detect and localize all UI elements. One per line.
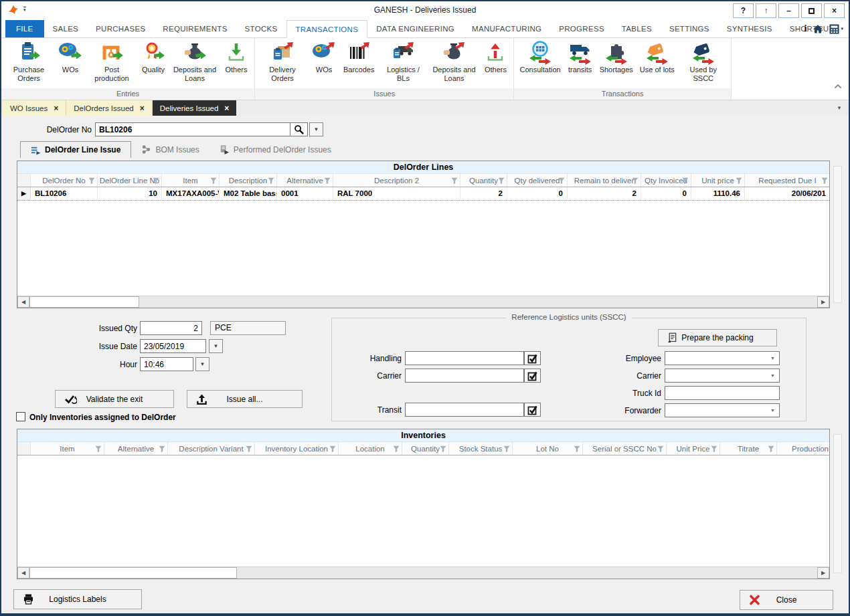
scroll-right-button[interactable]: ▶ xyxy=(817,296,829,308)
transactions-shortages-button[interactable]: Shortages xyxy=(596,40,636,75)
validate-exit-button[interactable]: Validate the exit xyxy=(55,390,174,408)
scroll-right-button[interactable]: ▶ xyxy=(817,567,829,579)
tab-list-caret-icon[interactable]: ▼ xyxy=(837,105,842,111)
truck-id-input[interactable] xyxy=(665,386,780,400)
inventories-vscrollbar[interactable] xyxy=(833,434,842,573)
filter-icon[interactable] xyxy=(711,445,717,453)
entries-deposits-and-loans-button[interactable]: Deposits and Loans xyxy=(169,40,220,84)
handling-input[interactable] xyxy=(405,351,524,365)
issue-date-input[interactable] xyxy=(140,339,206,353)
menu-tab-tables[interactable]: TABLES xyxy=(613,20,661,37)
column-header-qty-invoiced[interactable]: Qty Invoiced xyxy=(641,174,691,187)
forwarder-caret-icon[interactable]: ▼ xyxy=(770,408,775,413)
minimize-button[interactable]: – xyxy=(778,3,799,18)
scroll-thumb[interactable] xyxy=(29,567,237,579)
column-header-alternative[interactable]: Alternative xyxy=(277,174,333,187)
doc-tab-deliveries-issued[interactable]: Deliveries Issued× xyxy=(153,100,237,116)
column-header-description-2[interactable]: Description 2 xyxy=(333,174,460,187)
entries-post-production-button[interactable]: Post production xyxy=(86,40,137,84)
filter-icon[interactable] xyxy=(329,445,336,453)
issue-date-dropdown-button[interactable]: ▼ xyxy=(209,339,223,353)
column-header-titrate[interactable]: Titrate xyxy=(720,442,777,455)
close-tab-icon[interactable]: × xyxy=(140,105,145,112)
menu-tab-transactions[interactable]: TRANSACTIONS xyxy=(286,20,368,38)
issues-delivery-orders-button[interactable]: Delivery Orders xyxy=(257,40,308,84)
transactions-used-by-sscc-button[interactable]: Used by SSCC xyxy=(678,40,729,84)
forwarder-combo[interactable] xyxy=(665,403,780,417)
column-header-serial-or-sscc-no[interactable]: Serial or SSCC No xyxy=(583,442,667,455)
column-header-delorder-line-no[interactable]: DelOrder Line No xyxy=(98,174,162,187)
column-header-item[interactable]: Item xyxy=(162,174,220,187)
column-header-quantity[interactable]: Quantity xyxy=(402,442,449,455)
issues-barcodes-button[interactable]: Barcodes xyxy=(340,40,377,75)
calculator-icon[interactable]: ▾ xyxy=(829,24,843,34)
entries-purchase-orders-button[interactable]: Purchase Orders xyxy=(3,40,54,84)
menu-tab-data-engineering[interactable]: DATA ENGINEERING xyxy=(367,20,463,37)
home-icon[interactable] xyxy=(813,24,823,34)
transactions-use-of-lots-button[interactable]: Use of lots xyxy=(636,40,678,75)
collapse-ribbon-icon[interactable] xyxy=(834,80,842,85)
scroll-thumb[interactable] xyxy=(29,296,139,308)
column-header-item[interactable]: Item xyxy=(31,442,104,455)
column-header-unit-price[interactable]: Unit Price xyxy=(667,442,720,455)
menu-tab-progress[interactable]: PROGRESS xyxy=(550,20,613,37)
search-dropdown-button[interactable]: ▼ xyxy=(309,122,323,136)
subtab-bom-issues[interactable]: BOM Issues xyxy=(131,141,209,158)
logistics-labels-button[interactable]: Logistics Labels xyxy=(13,589,142,609)
help-button[interactable]: ? xyxy=(733,3,754,18)
menu-tab-requirements[interactable]: REQUIREMENTS xyxy=(154,20,236,37)
column-header-alternative[interactable]: Alternative xyxy=(104,442,168,455)
menu-tab-stocks[interactable]: STOCKS xyxy=(236,20,286,37)
filter-icon[interactable] xyxy=(558,177,565,185)
menu-tab-manufacturing[interactable]: MANUFACTURING xyxy=(463,20,550,37)
prepare-packing-button[interactable]: Prepare the packing xyxy=(658,329,777,346)
carrier2-combo[interactable] xyxy=(665,369,780,383)
employee-caret-icon[interactable]: ▼ xyxy=(770,356,775,361)
column-header-description-variant[interactable]: Description Variant xyxy=(168,442,255,455)
entries-wos-button[interactable]: WOs xyxy=(54,40,86,75)
issues-others-button[interactable]: Others xyxy=(479,40,511,75)
filter-icon[interactable] xyxy=(210,177,217,185)
transit-input[interactable] xyxy=(405,403,524,417)
filter-icon[interactable] xyxy=(657,445,664,453)
filter-icon[interactable] xyxy=(95,445,102,453)
search-button[interactable] xyxy=(290,122,308,136)
carrier-checked-button[interactable] xyxy=(524,369,541,383)
close-button[interactable]: Close xyxy=(740,590,833,610)
filter-icon[interactable] xyxy=(268,177,274,185)
filter-icon[interactable] xyxy=(574,445,580,453)
menu-tab-sales[interactable]: SALES xyxy=(44,20,88,37)
scroll-left-button[interactable]: ◀ xyxy=(17,567,29,579)
handling-checked-button[interactable] xyxy=(524,351,541,365)
column-header-delorder-no[interactable]: DelOrder No xyxy=(31,174,98,187)
column-header-production[interactable]: Production xyxy=(777,442,829,455)
filter-icon[interactable] xyxy=(498,177,505,185)
filter-icon[interactable] xyxy=(88,177,95,185)
issue-all-button[interactable]: Issue all... xyxy=(187,390,303,408)
column-header-remain-to-deliver[interactable]: Remain to deliver xyxy=(568,174,641,187)
filter-icon[interactable] xyxy=(246,445,252,453)
filter-icon[interactable] xyxy=(821,177,828,185)
entries-quality-button[interactable]: Quality xyxy=(137,40,169,75)
close-tab-icon[interactable]: × xyxy=(54,105,58,112)
filter-icon[interactable] xyxy=(736,177,742,185)
menu-tab-settings[interactable]: SETTINGS xyxy=(661,20,718,37)
menu-tab-file[interactable]: FILE xyxy=(5,20,44,37)
table-row[interactable]: ▶BL1020610MX17AXA005-VM02 Table bass0001… xyxy=(17,187,829,201)
close-window-button[interactable]: × xyxy=(824,3,845,18)
transactions-consultation-button[interactable]: Consultation xyxy=(516,40,564,75)
filter-icon[interactable] xyxy=(768,445,774,453)
filter-icon[interactable] xyxy=(632,177,639,185)
column-header-qty-delivered[interactable]: Qty delivered xyxy=(507,174,568,187)
maximize-button[interactable] xyxy=(801,3,822,18)
filter-icon[interactable] xyxy=(159,445,165,453)
menu-tab-synthesis[interactable]: SYNTHESIS xyxy=(718,20,781,37)
transit-checked-button[interactable] xyxy=(524,403,541,417)
entries-others-button[interactable]: Others xyxy=(220,40,252,75)
hour-dropdown-button[interactable]: ▼ xyxy=(195,357,209,371)
doc-tab-wo-issues[interactable]: WO Issues× xyxy=(3,100,66,116)
column-header-inventory-location[interactable]: Inventory Location xyxy=(255,442,339,455)
column-header-unit-price[interactable]: Unit price xyxy=(691,174,745,187)
issues-logistics-bls-button[interactable]: Logistics / BLs xyxy=(377,40,428,84)
menu-tab-purchases[interactable]: PURCHASES xyxy=(87,20,154,37)
